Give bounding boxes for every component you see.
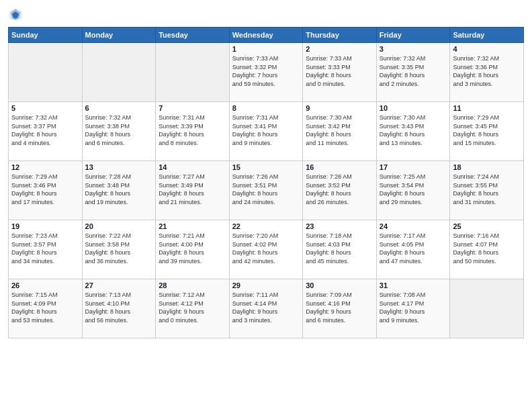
day-info: Sunrise: 7:32 AM Sunset: 3:35 PM Dayligh… xyxy=(380,54,447,88)
day-number: 6 xyxy=(85,104,153,112)
calendar-header: SundayMondayTuesdayWednesdayThursdayFrid… xyxy=(9,28,524,43)
day-number: 15 xyxy=(232,163,300,171)
day-info: Sunrise: 7:30 AM Sunset: 3:43 PM Dayligh… xyxy=(380,113,447,147)
day-number: 27 xyxy=(85,281,153,289)
calendar-cell xyxy=(82,43,156,102)
calendar-cell: 16Sunrise: 7:26 AM Sunset: 3:52 PM Dayli… xyxy=(303,161,377,220)
logo-icon xyxy=(8,7,23,21)
day-number: 28 xyxy=(159,281,226,289)
day-info: Sunrise: 7:21 AM Sunset: 4:00 PM Dayligh… xyxy=(159,232,226,265)
calendar-cell: 10Sunrise: 7:30 AM Sunset: 3:43 PM Dayli… xyxy=(376,102,450,161)
day-info: Sunrise: 7:12 AM Sunset: 4:12 PM Dayligh… xyxy=(159,291,226,324)
day-number: 12 xyxy=(11,163,79,171)
calendar-cell: 22Sunrise: 7:20 AM Sunset: 4:02 PM Dayli… xyxy=(229,220,303,279)
day-info: Sunrise: 7:27 AM Sunset: 3:49 PM Dayligh… xyxy=(159,173,226,206)
calendar-cell: 23Sunrise: 7:18 AM Sunset: 4:03 PM Dayli… xyxy=(303,220,377,279)
calendar-cell: 31Sunrise: 7:08 AM Sunset: 4:17 PM Dayli… xyxy=(376,279,450,338)
calendar-week-4: 19Sunrise: 7:23 AM Sunset: 3:57 PM Dayli… xyxy=(9,220,524,279)
day-number: 9 xyxy=(306,104,373,112)
day-number: 17 xyxy=(380,163,447,171)
day-number: 10 xyxy=(380,104,447,112)
calendar-week-1: 1Sunrise: 7:33 AM Sunset: 3:32 PM Daylig… xyxy=(9,43,524,102)
calendar-cell: 18Sunrise: 7:24 AM Sunset: 3:55 PM Dayli… xyxy=(450,161,524,220)
weekday-header-sunday: Sunday xyxy=(9,28,83,43)
day-info: Sunrise: 7:22 AM Sunset: 3:58 PM Dayligh… xyxy=(85,232,153,265)
calendar-cell: 25Sunrise: 7:16 AM Sunset: 4:07 PM Dayli… xyxy=(450,220,524,279)
calendar-cell: 29Sunrise: 7:11 AM Sunset: 4:14 PM Dayli… xyxy=(229,279,303,338)
calendar-cell: 15Sunrise: 7:26 AM Sunset: 3:51 PM Dayli… xyxy=(229,161,303,220)
day-info: Sunrise: 7:20 AM Sunset: 4:02 PM Dayligh… xyxy=(232,232,300,265)
calendar-cell: 28Sunrise: 7:12 AM Sunset: 4:12 PM Dayli… xyxy=(156,279,230,338)
day-number: 14 xyxy=(159,163,226,171)
calendar-cell: 9Sunrise: 7:30 AM Sunset: 3:42 PM Daylig… xyxy=(303,102,377,161)
weekday-header-friday: Friday xyxy=(376,28,450,43)
day-number: 22 xyxy=(232,222,300,230)
calendar: SundayMondayTuesdayWednesdayThursdayFrid… xyxy=(8,27,524,338)
calendar-cell: 1Sunrise: 7:33 AM Sunset: 3:32 PM Daylig… xyxy=(229,43,303,102)
logo xyxy=(8,7,26,21)
day-number: 2 xyxy=(306,45,373,53)
day-number: 20 xyxy=(85,222,153,230)
day-info: Sunrise: 7:11 AM Sunset: 4:14 PM Dayligh… xyxy=(232,291,300,324)
day-number: 4 xyxy=(453,45,521,53)
day-info: Sunrise: 7:32 AM Sunset: 3:36 PM Dayligh… xyxy=(453,54,521,88)
day-info: Sunrise: 7:24 AM Sunset: 3:55 PM Dayligh… xyxy=(453,173,521,206)
day-info: Sunrise: 7:32 AM Sunset: 3:37 PM Dayligh… xyxy=(11,113,79,147)
calendar-cell xyxy=(450,279,524,338)
day-number: 30 xyxy=(306,281,373,289)
day-number: 24 xyxy=(380,222,447,230)
day-info: Sunrise: 7:31 AM Sunset: 3:39 PM Dayligh… xyxy=(159,113,226,147)
day-info: Sunrise: 7:25 AM Sunset: 3:54 PM Dayligh… xyxy=(380,173,447,206)
calendar-cell: 14Sunrise: 7:27 AM Sunset: 3:49 PM Dayli… xyxy=(156,161,230,220)
day-info: Sunrise: 7:13 AM Sunset: 4:10 PM Dayligh… xyxy=(85,291,153,324)
day-number: 25 xyxy=(453,222,521,230)
day-number: 13 xyxy=(85,163,153,171)
day-number: 5 xyxy=(11,104,79,112)
day-info: Sunrise: 7:26 AM Sunset: 3:51 PM Dayligh… xyxy=(232,173,300,206)
day-info: Sunrise: 7:31 AM Sunset: 3:41 PM Dayligh… xyxy=(232,113,300,147)
day-info: Sunrise: 7:26 AM Sunset: 3:52 PM Dayligh… xyxy=(306,173,373,206)
day-number: 23 xyxy=(306,222,373,230)
calendar-cell: 27Sunrise: 7:13 AM Sunset: 4:10 PM Dayli… xyxy=(82,279,156,338)
day-number: 3 xyxy=(380,45,447,53)
calendar-cell: 30Sunrise: 7:09 AM Sunset: 4:16 PM Dayli… xyxy=(303,279,377,338)
day-number: 21 xyxy=(159,222,226,230)
day-info: Sunrise: 7:23 AM Sunset: 3:57 PM Dayligh… xyxy=(11,232,79,265)
calendar-cell: 6Sunrise: 7:32 AM Sunset: 3:38 PM Daylig… xyxy=(82,102,156,161)
header xyxy=(8,7,524,21)
weekday-row: SundayMondayTuesdayWednesdayThursdayFrid… xyxy=(9,28,524,43)
weekday-header-thursday: Thursday xyxy=(303,28,377,43)
day-info: Sunrise: 7:33 AM Sunset: 3:33 PM Dayligh… xyxy=(306,54,373,88)
day-number: 18 xyxy=(453,163,521,171)
day-info: Sunrise: 7:29 AM Sunset: 3:45 PM Dayligh… xyxy=(453,113,521,147)
calendar-cell: 3Sunrise: 7:32 AM Sunset: 3:35 PM Daylig… xyxy=(376,43,450,102)
calendar-cell: 8Sunrise: 7:31 AM Sunset: 3:41 PM Daylig… xyxy=(229,102,303,161)
calendar-week-5: 26Sunrise: 7:15 AM Sunset: 4:09 PM Dayli… xyxy=(9,279,524,338)
day-info: Sunrise: 7:32 AM Sunset: 3:38 PM Dayligh… xyxy=(85,113,153,147)
calendar-cell: 7Sunrise: 7:31 AM Sunset: 3:39 PM Daylig… xyxy=(156,102,230,161)
day-info: Sunrise: 7:08 AM Sunset: 4:17 PM Dayligh… xyxy=(380,291,447,324)
day-info: Sunrise: 7:09 AM Sunset: 4:16 PM Dayligh… xyxy=(306,291,373,324)
calendar-cell: 2Sunrise: 7:33 AM Sunset: 3:33 PM Daylig… xyxy=(303,43,377,102)
day-info: Sunrise: 7:30 AM Sunset: 3:42 PM Dayligh… xyxy=(306,113,373,147)
calendar-cell: 19Sunrise: 7:23 AM Sunset: 3:57 PM Dayli… xyxy=(9,220,83,279)
calendar-cell: 24Sunrise: 7:17 AM Sunset: 4:05 PM Dayli… xyxy=(376,220,450,279)
day-number: 1 xyxy=(232,45,300,53)
calendar-cell: 4Sunrise: 7:32 AM Sunset: 3:36 PM Daylig… xyxy=(450,43,524,102)
calendar-cell: 20Sunrise: 7:22 AM Sunset: 3:58 PM Dayli… xyxy=(82,220,156,279)
day-number: 16 xyxy=(306,163,373,171)
weekday-header-monday: Monday xyxy=(82,28,156,43)
day-number: 11 xyxy=(453,104,521,112)
weekday-header-saturday: Saturday xyxy=(450,28,524,43)
day-info: Sunrise: 7:29 AM Sunset: 3:46 PM Dayligh… xyxy=(11,173,79,206)
day-info: Sunrise: 7:33 AM Sunset: 3:32 PM Dayligh… xyxy=(232,54,300,88)
day-info: Sunrise: 7:16 AM Sunset: 4:07 PM Dayligh… xyxy=(453,232,521,265)
calendar-cell xyxy=(9,43,83,102)
calendar-week-2: 5Sunrise: 7:32 AM Sunset: 3:37 PM Daylig… xyxy=(9,102,524,161)
calendar-cell: 12Sunrise: 7:29 AM Sunset: 3:46 PM Dayli… xyxy=(9,161,83,220)
day-number: 8 xyxy=(232,104,300,112)
day-number: 7 xyxy=(159,104,226,112)
day-info: Sunrise: 7:17 AM Sunset: 4:05 PM Dayligh… xyxy=(380,232,447,265)
day-number: 29 xyxy=(232,281,300,289)
day-info: Sunrise: 7:15 AM Sunset: 4:09 PM Dayligh… xyxy=(11,291,79,324)
